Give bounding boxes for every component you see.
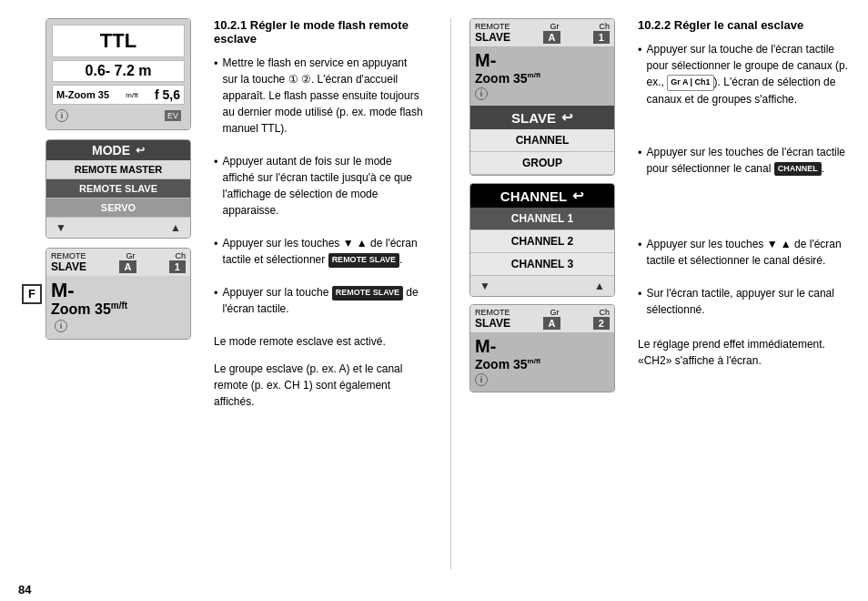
device6-ch-val: 2: [593, 317, 610, 330]
text-column-right: 10.2.2 Régler le canal esclave • Appuyer…: [638, 18, 850, 569]
device-ttl: TTL 0.6- 7.2 m M-Zoom 35 m/ft f 5,6 i EV: [45, 18, 191, 130]
mode-servo[interactable]: SERVO: [46, 199, 190, 218]
badge-remote-slave-1: REMOTE SLAVE: [328, 253, 399, 268]
back-arrow-icon: ↩: [136, 144, 145, 157]
info-icon2: i: [55, 320, 67, 332]
badge-gr-a: Gr A | Ch1: [667, 75, 713, 91]
info-icon: i: [56, 109, 68, 122]
bullet-2: • Appuyer autant de fois sur le mode aff…: [214, 153, 423, 228]
down-arrow-icon[interactable]: ▼: [56, 221, 66, 234]
status-ch-label: Ch: [175, 251, 186, 260]
nav-arrows: ▼ ▲: [46, 218, 190, 238]
zoom-m-label: M-: [51, 280, 186, 300]
badge-channel: CHANNEL: [774, 162, 822, 177]
zoom-text: M-Zoom 35: [56, 89, 109, 100]
device-mode: MODE ↩ REMOTE MASTER REMOTE SLAVE SERVO …: [45, 139, 191, 239]
badge-remote-slave-2: REMOTE SLAVE: [332, 286, 403, 300]
mode-remote-slave[interactable]: REMOTE SLAVE: [46, 179, 190, 199]
mode-remote-master[interactable]: REMOTE MASTER: [46, 160, 190, 179]
group-menu-item[interactable]: GROUP: [470, 152, 614, 175]
section1-title: 10.2.1 Régler le mode flash remote escla…: [214, 18, 423, 46]
text-column-left: 10.2.1 Régler le mode flash remote escla…: [214, 18, 432, 569]
up-arrow2-icon[interactable]: ▲: [594, 280, 605, 292]
ev-button[interactable]: EV: [165, 110, 181, 121]
bullet-5: Le mode remote esclave est activé.: [214, 333, 423, 350]
status-gr-val: A: [119, 260, 137, 273]
device-slave-menu: REMOTE Gr Ch SLAVE A 1 M-: [469, 18, 615, 176]
section-divider: [450, 18, 451, 569]
fstop-text: f 5,6: [155, 87, 180, 102]
r-bullet-2: • Appuyer sur les touches de l'écran tac…: [638, 144, 850, 186]
status-remote-label: REMOTE: [51, 251, 86, 260]
bullet-4: • Appuyer sur la touche REMOTE SLAVE de …: [214, 284, 423, 326]
back-icon2: ↩: [572, 188, 584, 204]
status-gr-label: Gr: [126, 251, 136, 260]
device-slave-status: REMOTE Gr Ch SLAVE A 1 M- Zoom 35m/ft: [45, 248, 191, 340]
zoom-35-label: Zoom 35m/ft: [51, 300, 186, 318]
section2-title: 10.2.2 Régler le canal esclave: [638, 18, 850, 32]
r-bullet-1: • Appuyer sur la touche de l'écran tacti…: [638, 41, 850, 117]
back-icon: ↩: [561, 109, 573, 126]
right-section: REMOTE Gr Ch SLAVE A 1 M-: [469, 18, 850, 569]
slave-header: SLAVE ↩: [470, 106, 614, 129]
down-arrow2-icon[interactable]: ▼: [479, 280, 490, 292]
channel-1-item[interactable]: CHANNEL 1: [470, 208, 614, 230]
device-column-left: TTL 0.6- 7.2 m M-Zoom 35 m/ft f 5,6 i EV: [45, 18, 205, 569]
channel-menu-item[interactable]: CHANNEL: [470, 129, 614, 152]
zoom-row: M-Zoom 35 m/ft f 5,6: [52, 85, 185, 105]
r-bullet-5: Le réglage prend effet immédiatement. «C…: [638, 336, 850, 369]
nav-arrows2: ▼ ▲: [470, 276, 614, 296]
device-channel-selector: CHANNEL ↩ CHANNEL 1 CHANNEL 2 CHANNEL 3 …: [469, 183, 615, 297]
device-column-right: REMOTE Gr Ch SLAVE A 1 M-: [469, 18, 629, 569]
info-icon3: i: [475, 87, 488, 100]
r-bullet-4: • Sur l'écran tactile, appuyer sur le ca…: [638, 285, 850, 327]
info-icon4: i: [475, 373, 488, 386]
status-ch-val: 1: [169, 260, 186, 273]
channel-2-item[interactable]: CHANNEL 2: [470, 230, 614, 253]
r-bullet-3: • Appuyer sur les touches ▼ ▲ de l'écran…: [638, 236, 850, 278]
f-label: F: [22, 284, 42, 304]
page-number: 84: [0, 578, 868, 601]
bullet-6: Le groupe esclave (p. ex. A) et le canal…: [214, 361, 423, 410]
device6-gr-val: A: [543, 317, 561, 330]
bullet-1: • Mettre le flash en service en appuyant…: [214, 55, 423, 146]
bullet-3: • Appuyer sur les touches ▼ ▲ de l'écran…: [214, 235, 423, 277]
status-slave-label: SLAVE: [51, 260, 86, 273]
channel-3-item[interactable]: CHANNEL 3: [470, 253, 614, 276]
left-margin: F: [18, 18, 45, 569]
up-arrow-icon[interactable]: ▲: [170, 221, 181, 234]
device-slave-result: REMOTE Gr Ch SLAVE A 2 M-: [469, 304, 615, 392]
ttl-label: TTL: [52, 25, 185, 57]
icon-row: i EV: [52, 107, 185, 124]
channel-header: CHANNEL ↩: [470, 184, 614, 208]
mode-header: MODE ↩: [46, 140, 190, 160]
icon-row2: i: [51, 318, 186, 334]
range-label: 0.6- 7.2 m: [52, 60, 185, 82]
